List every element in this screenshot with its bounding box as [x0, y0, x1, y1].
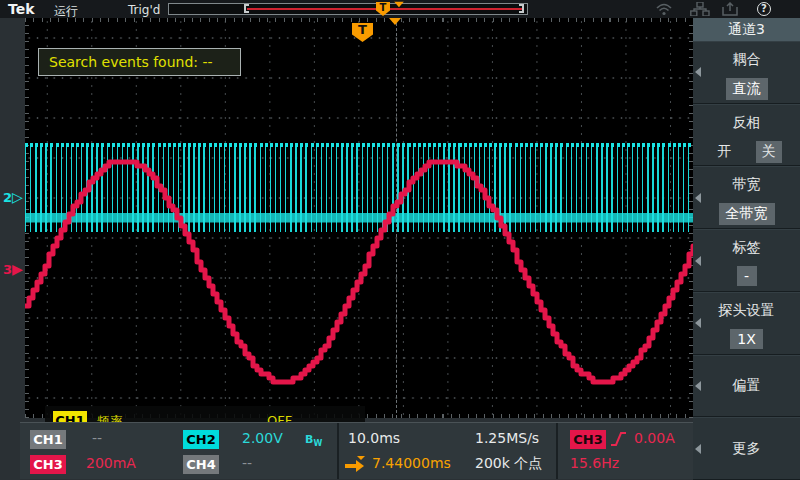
label-value-button[interactable]: -: [737, 266, 757, 286]
panel-divider: [337, 423, 339, 479]
menu-item-invert[interactable]: 反相 开 关: [693, 104, 800, 167]
side-menu: 通道3 耦合 直流 反相 开 关 带宽 全带宽 标签 - 探头设置 1X: [693, 18, 800, 480]
trigger-slope-icon: [610, 429, 628, 452]
network-icon: [690, 2, 710, 16]
chevron-left-icon: [695, 67, 701, 77]
ch4-badge: CH4: [183, 455, 219, 474]
oscilloscope-screen: Tek 运行 Trig'd T: [0, 0, 800, 480]
bandwidth-value-button[interactable]: 全带宽: [719, 203, 775, 225]
tek-logo: Tek: [8, 1, 35, 17]
trigger-caret-icon: [394, 2, 404, 8]
chevron-left-icon: [695, 256, 701, 266]
trigger-level: 0.00A: [634, 430, 675, 446]
menu-item-more[interactable]: 更多: [693, 417, 800, 480]
menu-item-label[interactable]: 标签 -: [693, 229, 800, 292]
invert-on-option[interactable]: 开: [712, 141, 738, 163]
record-view-bar: T: [168, 3, 528, 15]
menu-item-bandwidth[interactable]: 带宽 全带宽: [693, 166, 800, 229]
ch2-badge: CH2: [183, 430, 219, 449]
ch3-marker-arrow-icon: ▶: [12, 261, 23, 277]
readout-panel: CH1 -- CH2 2.00V BW CH3 200mA CH4 -- 10.…: [20, 422, 693, 479]
ch2-marker-arrow-icon: ▷: [12, 189, 23, 205]
top-status-bar: Tek 运行 Trig'd T: [0, 0, 800, 18]
ch2-bandwidth-limit-icon: BW: [305, 433, 322, 448]
menu-item-probe-setup[interactable]: 探头设置 1X: [693, 292, 800, 355]
ch4-scale: --: [242, 455, 252, 471]
ch3-position-marker: 3▶: [3, 261, 23, 277]
ch1-badge: CH1: [30, 430, 66, 449]
window-bracket-left: [244, 4, 249, 13]
trigger-source-badge: CH3: [570, 430, 606, 449]
ch1-scale: --: [92, 430, 102, 446]
trigger-position-flag-icon: T: [376, 2, 390, 16]
acquisition-status: 运行: [54, 3, 78, 20]
window-bracket-right: [519, 4, 524, 13]
ch2-scale: 2.00V: [242, 430, 283, 446]
search-events-banner: Search events found: --: [38, 48, 241, 76]
horizontal-delay-arrow-icon: [345, 460, 367, 472]
panel-divider: [556, 423, 558, 479]
probe-value-button[interactable]: 1X: [730, 329, 763, 349]
coupling-value-button[interactable]: 直流: [726, 78, 768, 100]
waveform-display: T Search events found: -- CH1 频率 OFF: [25, 18, 693, 418]
record-length: 200k 个点: [475, 455, 542, 473]
chevron-left-icon: [695, 193, 701, 203]
trigger-status: Trig'd: [128, 3, 160, 17]
wifi-icon: [655, 2, 673, 16]
sample-rate: 1.25MS/s: [475, 430, 539, 446]
horizontal-delay: 7.44000ms: [372, 455, 451, 471]
invert-off-option[interactable]: 关: [756, 141, 782, 163]
horizontal-scale: 10.0ms: [348, 430, 400, 446]
export-icon: [722, 2, 738, 16]
ch3-waveform: [25, 18, 693, 418]
ch3-scale: 200mA: [86, 455, 136, 471]
trigger-frequency: 15.6Hz: [570, 455, 619, 471]
ch2-position-marker: 2▷: [3, 189, 23, 205]
menu-item-offset[interactable]: 偏置: [693, 355, 800, 418]
chevron-left-icon: [695, 318, 701, 328]
side-menu-title: 通道3: [693, 18, 800, 41]
help-icon[interactable]: ?: [757, 2, 771, 16]
menu-item-coupling[interactable]: 耦合 直流: [693, 41, 800, 104]
ch3-badge: CH3: [30, 455, 66, 474]
